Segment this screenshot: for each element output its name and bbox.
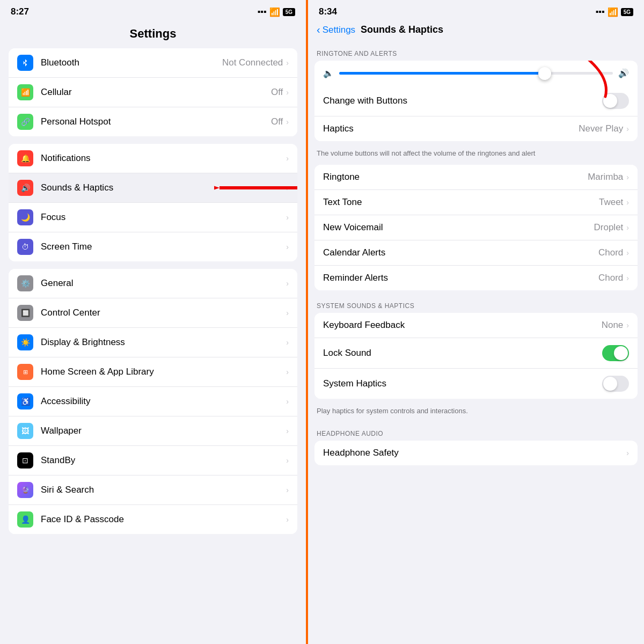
wallpaper-icon: 🖼 xyxy=(17,423,33,439)
screentime-icon: ⏱ xyxy=(17,239,33,255)
notifications-label: Notifications xyxy=(41,153,286,164)
accessibility-icon: ♿ xyxy=(17,393,33,409)
general-item[interactable]: ⚙️ General › xyxy=(9,269,297,298)
controlcenter-chevron: › xyxy=(286,309,289,317)
locksound-toggle[interactable] xyxy=(602,345,629,361)
keyboardfeedback-item[interactable]: Keyboard Feedback None › xyxy=(314,313,638,338)
volume-footnote: The volume buttons will not affect the v… xyxy=(308,145,644,165)
faceid-label: Face ID & Passcode xyxy=(41,514,286,525)
general-label: General xyxy=(41,278,286,289)
systemhaptics-item: System Haptics xyxy=(314,369,638,399)
sirisearch-chevron: › xyxy=(286,486,289,494)
general-chevron: › xyxy=(286,279,289,288)
volume-high-icon: 🔊 xyxy=(618,68,629,78)
controlcenter-item[interactable]: 🔲 Control Center › xyxy=(9,298,297,328)
notifications-icon: 🔔 xyxy=(17,150,33,166)
displaybrightness-chevron: › xyxy=(286,338,289,347)
hotspot-label: Personal Hotspot xyxy=(41,116,271,127)
standby-chevron: › xyxy=(286,456,289,465)
faceid-icon: 👤 xyxy=(17,511,33,528)
focus-item[interactable]: 🌙 Focus › xyxy=(9,203,297,232)
sirisearch-item[interactable]: 🔮 Siri & Search › xyxy=(9,475,297,505)
back-chevron-icon: ‹ xyxy=(317,24,320,36)
right-content: RINGTONE AND ALERTS 🔈 🔊 xyxy=(308,42,644,644)
standby-icon: ⊡ xyxy=(17,452,33,469)
hotspot-chevron: › xyxy=(286,118,289,126)
reminderalerts-item[interactable]: Reminder Alerts Chord › xyxy=(314,266,638,290)
standby-item[interactable]: ⊡ StandBy › xyxy=(9,446,297,475)
notifications-section: 🔔 Notifications › 🔊 Sounds & Haptics › xyxy=(9,144,297,261)
haptics-value: Never Play xyxy=(579,123,623,134)
keyboardfeedback-value: None xyxy=(602,320,624,331)
newvoicemail-item[interactable]: New Voicemail Droplet › xyxy=(314,215,638,240)
sounds-label: Sounds & Haptics xyxy=(41,182,286,193)
faceid-chevron: › xyxy=(286,515,289,524)
left-status-icons: ▪▪▪ 📶 5G xyxy=(258,7,295,17)
sounds-chevron: › xyxy=(286,184,289,192)
ringtone-value: Marimba xyxy=(588,172,623,182)
right-panel: 8:34 ▪▪▪ 📶 5G ‹ Settings Sounds & Haptic… xyxy=(308,0,644,644)
right-page-title: Sounds & Haptics xyxy=(361,24,443,35)
cellular-item[interactable]: 📶 Cellular Off › xyxy=(9,78,297,107)
haptics-item[interactable]: Haptics Never Play › xyxy=(314,116,638,141)
systemhaptics-label: System Haptics xyxy=(323,378,602,389)
hotspot-icon: 🔗 xyxy=(17,114,33,130)
focus-chevron: › xyxy=(286,213,289,222)
headphonesafety-item[interactable]: Headphone Safety › xyxy=(314,441,638,465)
change-with-buttons-toggle[interactable] xyxy=(602,93,629,109)
nav-header: ‹ Settings Sounds & Haptics xyxy=(308,21,644,42)
sounds-icon: 🔊 xyxy=(17,180,33,196)
controlcenter-icon: 🔲 xyxy=(17,305,33,321)
calendaralerts-label: Calendar Alerts xyxy=(323,247,598,258)
homescreen-item[interactable]: ⊞ Home Screen & App Library › xyxy=(9,357,297,387)
reminderalerts-label: Reminder Alerts xyxy=(323,273,598,283)
wifi-icon: 📶 xyxy=(269,7,280,17)
systemhaptics-toggle[interactable] xyxy=(602,376,629,392)
screentime-label: Screen Time xyxy=(41,241,286,252)
left-panel: 8:27 ▪▪▪ 📶 5G Settings Bluetooth Not Con… xyxy=(0,0,306,644)
systemhaptics-toggle-knob xyxy=(603,377,617,391)
locksound-toggle-knob xyxy=(614,346,628,360)
calendaralerts-value: Chord xyxy=(598,247,623,258)
hotspot-value: Off xyxy=(271,116,283,127)
controlcenter-label: Control Center xyxy=(41,308,286,318)
left-page-title: Settings xyxy=(0,21,306,48)
faceid-item[interactable]: 👤 Face ID & Passcode › xyxy=(9,505,297,534)
toggle-knob xyxy=(603,94,617,108)
bluetooth-item[interactable]: Bluetooth Not Connected › xyxy=(9,48,297,78)
ringtone-item[interactable]: Ringtone Marimba › xyxy=(314,165,638,190)
accessibility-chevron: › xyxy=(286,397,289,406)
ringtone-alerts-header: RINGTONE AND ALERTS xyxy=(308,42,644,61)
calendaralerts-chevron: › xyxy=(626,248,629,257)
volume-row: 🔈 🔊 xyxy=(314,61,638,86)
headphone-audio-header: HEADPHONE AUDIO xyxy=(308,422,644,441)
change-with-buttons-item: Change with Buttons xyxy=(314,86,638,116)
texttone-item[interactable]: Text Tone Tweet › xyxy=(314,190,638,215)
volume-slider-track[interactable] xyxy=(339,72,613,75)
back-label: Settings xyxy=(323,25,355,35)
reminderalerts-chevron: › xyxy=(626,274,629,282)
accessibility-label: Accessibility xyxy=(41,396,286,407)
hotspot-item[interactable]: 🔗 Personal Hotspot Off › xyxy=(9,107,297,136)
slider-thumb xyxy=(538,67,551,80)
headphonesafety-chevron: › xyxy=(626,449,629,457)
ringtone-label: Ringtone xyxy=(323,172,588,182)
calendaralerts-item[interactable]: Calendar Alerts Chord › xyxy=(314,240,638,266)
notifications-item[interactable]: 🔔 Notifications › xyxy=(9,144,297,173)
displaybrightness-item[interactable]: ☀️ Display & Brightness › xyxy=(9,328,297,357)
texttone-chevron: › xyxy=(626,198,629,207)
accessibility-item[interactable]: ♿ Accessibility › xyxy=(9,387,297,416)
bluetooth-chevron: › xyxy=(286,58,289,67)
back-button[interactable]: ‹ Settings xyxy=(317,24,355,36)
wallpaper-item[interactable]: 🖼 Wallpaper › xyxy=(9,416,297,446)
system-section: ⚙️ General › 🔲 Control Center › ☀️ Displ… xyxy=(9,269,297,534)
newvoicemail-chevron: › xyxy=(626,223,629,232)
keyboardfeedback-chevron: › xyxy=(626,321,629,330)
displaybrightness-icon: ☀️ xyxy=(17,334,33,350)
sounds-haptics-item[interactable]: 🔊 Sounds & Haptics › xyxy=(9,173,297,203)
general-icon: ⚙️ xyxy=(17,275,33,291)
volume-low-icon: 🔈 xyxy=(323,68,334,78)
systemhaptics-footnote: Play haptics for system controls and int… xyxy=(308,403,644,422)
screentime-item[interactable]: ⏱ Screen Time › xyxy=(9,232,297,261)
homescreen-label: Home Screen & App Library xyxy=(41,367,286,377)
